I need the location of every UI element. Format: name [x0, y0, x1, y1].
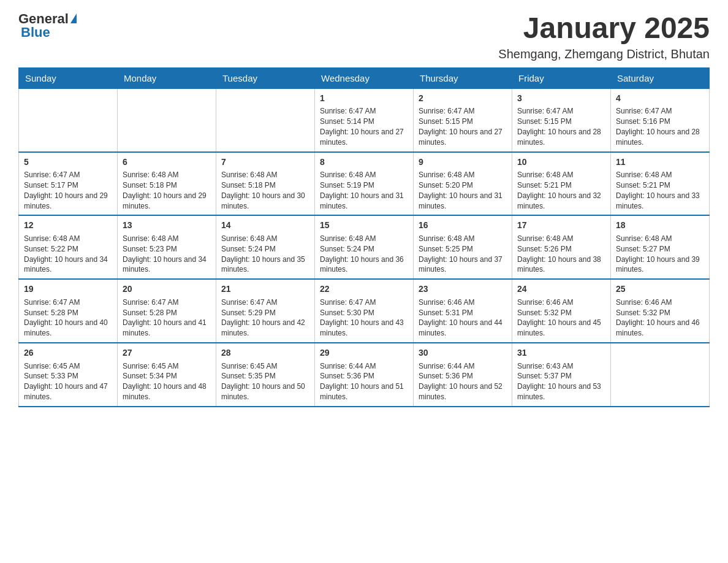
day-number: 7 — [221, 156, 309, 169]
day-number: 26 — [24, 347, 112, 359]
calendar-day-14: 14Sunrise: 6:48 AM Sunset: 5:24 PM Dayli… — [216, 215, 315, 279]
calendar-day-9: 9Sunrise: 6:48 AM Sunset: 5:20 PM Daylig… — [414, 152, 512, 216]
day-info: Sunrise: 6:47 AM Sunset: 5:28 PM Dayligh… — [123, 297, 211, 339]
day-info: Sunrise: 6:44 AM Sunset: 5:36 PM Dayligh… — [320, 361, 408, 402]
day-info: Sunrise: 6:47 AM Sunset: 5:15 PM Dayligh… — [517, 106, 605, 147]
calendar-day-23: 23Sunrise: 6:46 AM Sunset: 5:31 PM Dayli… — [414, 279, 512, 343]
day-number: 17 — [517, 220, 605, 232]
day-info: Sunrise: 6:48 AM Sunset: 5:25 PM Dayligh… — [419, 234, 507, 275]
day-info: Sunrise: 6:48 AM Sunset: 5:21 PM Dayligh… — [616, 170, 704, 211]
day-number: 21 — [221, 283, 309, 296]
day-info: Sunrise: 6:45 AM Sunset: 5:35 PM Dayligh… — [221, 361, 309, 402]
calendar-day-12: 12Sunrise: 6:48 AM Sunset: 5:22 PM Dayli… — [19, 215, 118, 279]
calendar-day-4: 4Sunrise: 6:47 AM Sunset: 5:16 PM Daylig… — [611, 88, 710, 151]
day-info: Sunrise: 6:47 AM Sunset: 5:14 PM Dayligh… — [320, 106, 408, 147]
logo-triangle-icon — [70, 13, 77, 23]
day-number: 1 — [320, 93, 408, 105]
calendar-day-31: 31Sunrise: 6:43 AM Sunset: 5:37 PM Dayli… — [512, 343, 611, 407]
day-number: 9 — [419, 156, 507, 169]
logo-text-blue: Blue — [21, 25, 50, 40]
day-number: 11 — [616, 156, 704, 169]
calendar-day-5: 5Sunrise: 6:47 AM Sunset: 5:17 PM Daylig… — [19, 152, 118, 216]
day-number: 25 — [616, 283, 704, 296]
header-saturday: Saturday — [611, 67, 710, 88]
day-number: 31 — [517, 347, 605, 359]
day-number: 6 — [123, 156, 211, 169]
calendar-day-28: 28Sunrise: 6:45 AM Sunset: 5:35 PM Dayli… — [216, 343, 315, 407]
calendar-day-21: 21Sunrise: 6:47 AM Sunset: 5:29 PM Dayli… — [216, 279, 315, 343]
day-number: 15 — [320, 220, 408, 232]
page-header: General Blue January 2025 Shemgang, Zhem… — [18, 12, 710, 61]
day-info: Sunrise: 6:48 AM Sunset: 5:18 PM Dayligh… — [221, 170, 309, 211]
calendar-day-2: 2Sunrise: 6:47 AM Sunset: 5:15 PM Daylig… — [414, 88, 512, 151]
day-info: Sunrise: 6:48 AM Sunset: 5:23 PM Dayligh… — [123, 234, 211, 275]
day-number: 27 — [123, 347, 211, 359]
calendar-empty-cell — [216, 88, 315, 151]
calendar-day-1: 1Sunrise: 6:47 AM Sunset: 5:14 PM Daylig… — [315, 88, 414, 151]
calendar-day-30: 30Sunrise: 6:44 AM Sunset: 5:36 PM Dayli… — [414, 343, 512, 407]
day-number: 5 — [24, 156, 112, 169]
calendar-title: January 2025 — [498, 12, 710, 45]
header-friday: Friday — [512, 67, 611, 88]
day-info: Sunrise: 6:46 AM Sunset: 5:31 PM Dayligh… — [419, 297, 507, 339]
calendar-week-row: 1Sunrise: 6:47 AM Sunset: 5:14 PM Daylig… — [19, 88, 710, 151]
day-number: 3 — [517, 93, 605, 105]
calendar-header-row: SundayMondayTuesdayWednesdayThursdayFrid… — [19, 67, 710, 88]
day-number: 22 — [320, 283, 408, 296]
day-info: Sunrise: 6:47 AM Sunset: 5:28 PM Dayligh… — [24, 297, 112, 339]
calendar-day-26: 26Sunrise: 6:45 AM Sunset: 5:33 PM Dayli… — [19, 343, 118, 407]
day-number: 4 — [616, 93, 704, 105]
day-number: 13 — [123, 220, 211, 232]
title-block: January 2025 Shemgang, Zhemgang District… — [498, 12, 710, 61]
header-sunday: Sunday — [19, 67, 118, 88]
calendar-day-22: 22Sunrise: 6:47 AM Sunset: 5:30 PM Dayli… — [315, 279, 414, 343]
calendar-day-27: 27Sunrise: 6:45 AM Sunset: 5:34 PM Dayli… — [118, 343, 216, 407]
day-number: 2 — [419, 93, 507, 105]
day-number: 28 — [221, 347, 309, 359]
day-info: Sunrise: 6:47 AM Sunset: 5:15 PM Dayligh… — [419, 106, 507, 147]
calendar-subtitle: Shemgang, Zhemgang District, Bhutan — [498, 47, 710, 61]
day-number: 20 — [123, 283, 211, 296]
calendar-day-13: 13Sunrise: 6:48 AM Sunset: 5:23 PM Dayli… — [118, 215, 216, 279]
day-info: Sunrise: 6:48 AM Sunset: 5:24 PM Dayligh… — [320, 234, 408, 275]
calendar-day-20: 20Sunrise: 6:47 AM Sunset: 5:28 PM Dayli… — [118, 279, 216, 343]
day-info: Sunrise: 6:48 AM Sunset: 5:19 PM Dayligh… — [320, 170, 408, 211]
day-number: 18 — [616, 220, 704, 232]
header-tuesday: Tuesday — [216, 67, 315, 88]
calendar-week-row: 19Sunrise: 6:47 AM Sunset: 5:28 PM Dayli… — [19, 279, 710, 343]
calendar-week-row: 26Sunrise: 6:45 AM Sunset: 5:33 PM Dayli… — [19, 343, 710, 407]
day-info: Sunrise: 6:44 AM Sunset: 5:36 PM Dayligh… — [419, 361, 507, 402]
day-number: 23 — [419, 283, 507, 296]
calendar-day-24: 24Sunrise: 6:46 AM Sunset: 5:32 PM Dayli… — [512, 279, 611, 343]
day-info: Sunrise: 6:47 AM Sunset: 5:29 PM Dayligh… — [221, 297, 309, 339]
day-info: Sunrise: 6:48 AM Sunset: 5:22 PM Dayligh… — [24, 234, 112, 275]
calendar-week-row: 12Sunrise: 6:48 AM Sunset: 5:22 PM Dayli… — [19, 215, 710, 279]
day-number: 29 — [320, 347, 408, 359]
day-number: 24 — [517, 283, 605, 296]
day-info: Sunrise: 6:48 AM Sunset: 5:20 PM Dayligh… — [419, 170, 507, 211]
day-number: 30 — [419, 347, 507, 359]
calendar-day-15: 15Sunrise: 6:48 AM Sunset: 5:24 PM Dayli… — [315, 215, 414, 279]
calendar-table: SundayMondayTuesdayWednesdayThursdayFrid… — [18, 67, 710, 407]
day-info: Sunrise: 6:46 AM Sunset: 5:32 PM Dayligh… — [616, 297, 704, 339]
calendar-day-19: 19Sunrise: 6:47 AM Sunset: 5:28 PM Dayli… — [19, 279, 118, 343]
calendar-day-6: 6Sunrise: 6:48 AM Sunset: 5:18 PM Daylig… — [118, 152, 216, 216]
calendar-empty-cell — [19, 88, 118, 151]
logo-text-general: General — [18, 12, 69, 26]
calendar-empty-cell — [118, 88, 216, 151]
header-wednesday: Wednesday — [315, 67, 414, 88]
calendar-day-18: 18Sunrise: 6:48 AM Sunset: 5:27 PM Dayli… — [611, 215, 710, 279]
day-info: Sunrise: 6:46 AM Sunset: 5:32 PM Dayligh… — [517, 297, 605, 339]
day-info: Sunrise: 6:47 AM Sunset: 5:16 PM Dayligh… — [616, 106, 704, 147]
day-info: Sunrise: 6:45 AM Sunset: 5:33 PM Dayligh… — [24, 361, 112, 402]
calendar-day-11: 11Sunrise: 6:48 AM Sunset: 5:21 PM Dayli… — [611, 152, 710, 216]
day-number: 10 — [517, 156, 605, 169]
calendar-day-10: 10Sunrise: 6:48 AM Sunset: 5:21 PM Dayli… — [512, 152, 611, 216]
day-number: 16 — [419, 220, 507, 232]
day-number: 8 — [320, 156, 408, 169]
calendar-day-8: 8Sunrise: 6:48 AM Sunset: 5:19 PM Daylig… — [315, 152, 414, 216]
calendar-day-29: 29Sunrise: 6:44 AM Sunset: 5:36 PM Dayli… — [315, 343, 414, 407]
calendar-day-16: 16Sunrise: 6:48 AM Sunset: 5:25 PM Dayli… — [414, 215, 512, 279]
day-info: Sunrise: 6:47 AM Sunset: 5:17 PM Dayligh… — [24, 170, 112, 211]
day-number: 19 — [24, 283, 112, 296]
